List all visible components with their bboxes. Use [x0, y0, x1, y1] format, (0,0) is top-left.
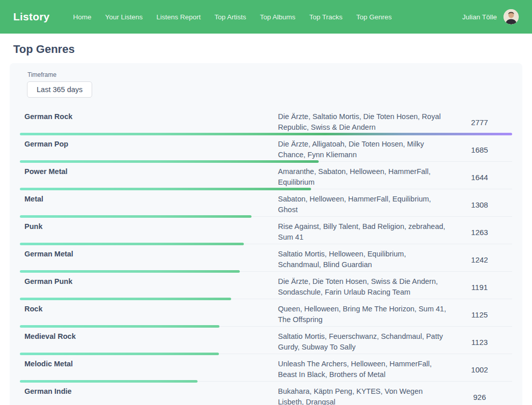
genre-list: German Rock Die Ärzte, Saltatio Mortis, … [18, 108, 514, 405]
navbar: Listory Home Your Listens Listens Report… [0, 0, 532, 34]
brand-logo[interactable]: Listory [13, 11, 49, 23]
genre-listen-count: 1644 [447, 166, 512, 188]
genre-row: Power Metal Amaranthe, Sabaton, Hellowee… [18, 163, 514, 190]
genre-top-artists: Rise Against, Billy Talent, Bad Religion… [278, 221, 447, 243]
genre-listen-count: 1002 [447, 359, 512, 380]
genre-name: Punk [20, 221, 278, 243]
genres-card: Timeframe Last 365 days German Rock Die … [10, 63, 522, 405]
timeframe-label: Timeframe [27, 71, 514, 78]
genre-top-artists: Saltatio Mortis, Helloween, Equilibrium,… [278, 249, 447, 270]
genre-top-artists: Saltatio Mortis, Feuerschwanz, Schandmau… [278, 331, 447, 353]
genre-row: Medieval Rock Saltatio Mortis, Feuerschw… [18, 328, 514, 355]
genre-row: Melodic Metal Unleash The Archers, Hello… [18, 355, 514, 383]
genre-name: German Pop [20, 139, 278, 160]
genre-top-artists: Die Ärzte, Saltatio Mortis, Die Toten Ho… [278, 111, 447, 133]
genre-listen-count: 1308 [447, 194, 512, 215]
user-avatar-icon[interactable] [503, 9, 519, 24]
genre-name: German Rock [20, 111, 278, 133]
genre-name: Metal [20, 194, 278, 215]
genre-listen-count: 1685 [447, 139, 512, 160]
page-title: Top Genres [13, 43, 519, 56]
genre-listen-count: 926 [447, 386, 512, 405]
genre-row: Metal Sabaton, Helloween, HammerFall, Eq… [18, 190, 514, 218]
nav-link-top-tracks[interactable]: Top Tracks [309, 13, 342, 21]
genre-listen-count: 2777 [447, 111, 512, 133]
nav-link-listens-report[interactable]: Listens Report [156, 13, 201, 21]
genre-listen-count: 1191 [447, 276, 512, 298]
genre-name: Rock [20, 304, 278, 325]
user-name[interactable]: Julian Tölle [462, 13, 497, 21]
nav-link-top-artists[interactable]: Top Artists [214, 13, 246, 21]
genre-top-artists: Sabaton, Helloween, HammerFall, Equilibr… [278, 194, 447, 215]
genre-name: German Punk [20, 276, 278, 298]
genre-name: Melodic Metal [20, 359, 278, 380]
timeframe-filter: Timeframe Last 365 days [19, 71, 514, 98]
genre-top-artists: Bukahara, Käptn Peng, KYTES, Von Wegen L… [278, 386, 447, 405]
genre-row: German Rock Die Ärzte, Saltatio Mortis, … [18, 108, 514, 135]
genre-top-artists: Die Ärzte, Alligatoah, Die Toten Hosen, … [278, 139, 447, 160]
genre-name: Medieval Rock [20, 331, 278, 353]
nav-links: Home Your Listens Listens Report Top Art… [73, 13, 462, 21]
genre-listen-count: 1125 [447, 304, 512, 325]
genre-row: Punk Rise Against, Billy Talent, Bad Rel… [18, 218, 514, 245]
genre-top-artists: Queen, Helloween, Bring Me The Horizon, … [278, 304, 447, 325]
genre-row: German Indie Bukahara, Käptn Peng, KYTES… [18, 383, 514, 405]
genre-listen-count: 1242 [447, 249, 512, 270]
genre-name: German Indie [20, 386, 278, 405]
app: { "colors": { "brand_green": "#4bb971", … [0, 0, 532, 405]
genre-name: Power Metal [20, 166, 278, 188]
genre-row: German Punk Die Ärzte, Die Toten Hosen, … [18, 273, 514, 300]
nav-link-top-genres[interactable]: Top Genres [356, 13, 392, 21]
timeframe-select[interactable]: Last 365 days [27, 81, 92, 98]
nav-link-home[interactable]: Home [73, 13, 91, 21]
genre-top-artists: Die Ärzte, Die Toten Hosen, Swiss & Die … [278, 276, 447, 298]
genre-row: Rock Queen, Helloween, Bring Me The Hori… [18, 300, 514, 328]
nav-user: Julian Tölle [462, 9, 519, 24]
genre-top-artists: Unleash The Archers, Helloween, HammerFa… [278, 359, 447, 380]
genre-listen-count: 1123 [447, 331, 512, 353]
genre-row: German Pop Die Ärzte, Alligatoah, Die To… [18, 135, 514, 163]
genre-name: German Metal [20, 249, 278, 270]
nav-link-top-albums[interactable]: Top Albums [260, 13, 296, 21]
genre-top-artists: Amaranthe, Sabaton, Helloween, HammerFal… [278, 166, 447, 188]
main-content: Top Genres Timeframe Last 365 days Germa… [0, 34, 532, 405]
genre-row: German Metal Saltatio Mortis, Helloween,… [18, 245, 514, 273]
genre-listen-count: 1263 [447, 221, 512, 243]
nav-link-your-listens[interactable]: Your Listens [105, 13, 143, 21]
